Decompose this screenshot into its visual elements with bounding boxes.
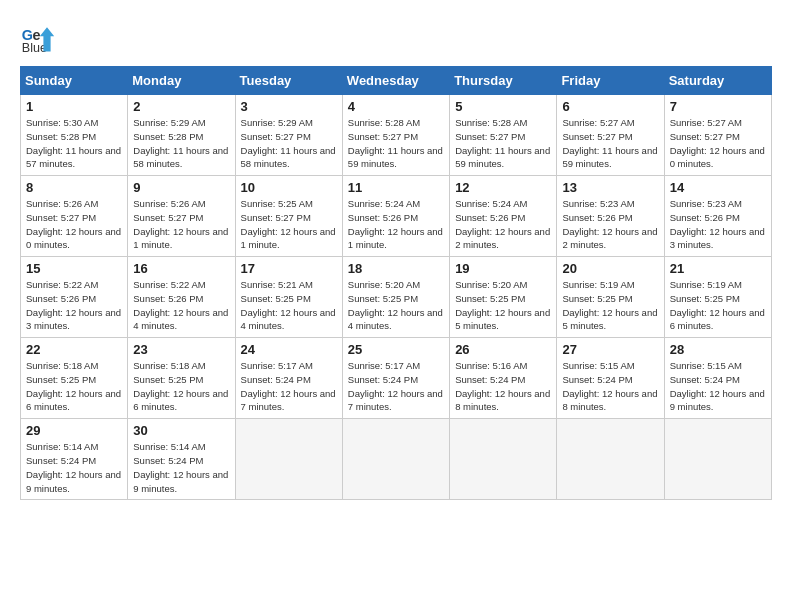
- calendar-cell: 15Sunrise: 5:22 AMSunset: 5:26 PMDayligh…: [21, 257, 128, 338]
- day-number: 7: [670, 99, 766, 114]
- day-number: 27: [562, 342, 658, 357]
- day-info: Sunrise: 5:14 AMSunset: 5:24 PMDaylight:…: [26, 440, 122, 495]
- svg-text:Blue: Blue: [22, 41, 47, 55]
- day-info: Sunrise: 5:15 AMSunset: 5:24 PMDaylight:…: [562, 359, 658, 414]
- calendar-cell: 1Sunrise: 5:30 AMSunset: 5:28 PMDaylight…: [21, 95, 128, 176]
- day-info: Sunrise: 5:26 AMSunset: 5:27 PMDaylight:…: [133, 197, 229, 252]
- calendar-cell: 18Sunrise: 5:20 AMSunset: 5:25 PMDayligh…: [342, 257, 449, 338]
- day-number: 23: [133, 342, 229, 357]
- calendar-cell: [450, 419, 557, 500]
- calendar-cell: 30Sunrise: 5:14 AMSunset: 5:24 PMDayligh…: [128, 419, 235, 500]
- calendar-cell: 17Sunrise: 5:21 AMSunset: 5:25 PMDayligh…: [235, 257, 342, 338]
- calendar-cell: 3Sunrise: 5:29 AMSunset: 5:27 PMDaylight…: [235, 95, 342, 176]
- calendar-cell: 13Sunrise: 5:23 AMSunset: 5:26 PMDayligh…: [557, 176, 664, 257]
- calendar-cell: 9Sunrise: 5:26 AMSunset: 5:27 PMDaylight…: [128, 176, 235, 257]
- day-number: 12: [455, 180, 551, 195]
- calendar-cell: [235, 419, 342, 500]
- day-number: 16: [133, 261, 229, 276]
- calendar-week-3: 15Sunrise: 5:22 AMSunset: 5:26 PMDayligh…: [21, 257, 772, 338]
- day-number: 8: [26, 180, 122, 195]
- weekday-header-tuesday: Tuesday: [235, 67, 342, 95]
- calendar-cell: 27Sunrise: 5:15 AMSunset: 5:24 PMDayligh…: [557, 338, 664, 419]
- day-info: Sunrise: 5:18 AMSunset: 5:25 PMDaylight:…: [26, 359, 122, 414]
- calendar-cell: 28Sunrise: 5:15 AMSunset: 5:24 PMDayligh…: [664, 338, 771, 419]
- day-number: 18: [348, 261, 444, 276]
- calendar-week-2: 8Sunrise: 5:26 AMSunset: 5:27 PMDaylight…: [21, 176, 772, 257]
- day-info: Sunrise: 5:22 AMSunset: 5:26 PMDaylight:…: [26, 278, 122, 333]
- calendar-cell: 5Sunrise: 5:28 AMSunset: 5:27 PMDaylight…: [450, 95, 557, 176]
- calendar-cell: 23Sunrise: 5:18 AMSunset: 5:25 PMDayligh…: [128, 338, 235, 419]
- calendar-header-row: SundayMondayTuesdayWednesdayThursdayFrid…: [21, 67, 772, 95]
- day-info: Sunrise: 5:19 AMSunset: 5:25 PMDaylight:…: [562, 278, 658, 333]
- calendar-cell: 20Sunrise: 5:19 AMSunset: 5:25 PMDayligh…: [557, 257, 664, 338]
- day-info: Sunrise: 5:14 AMSunset: 5:24 PMDaylight:…: [133, 440, 229, 495]
- calendar-cell: 25Sunrise: 5:17 AMSunset: 5:24 PMDayligh…: [342, 338, 449, 419]
- weekday-header-thursday: Thursday: [450, 67, 557, 95]
- day-info: Sunrise: 5:21 AMSunset: 5:25 PMDaylight:…: [241, 278, 337, 333]
- day-info: Sunrise: 5:27 AMSunset: 5:27 PMDaylight:…: [670, 116, 766, 171]
- weekday-header-monday: Monday: [128, 67, 235, 95]
- calendar-cell: 12Sunrise: 5:24 AMSunset: 5:26 PMDayligh…: [450, 176, 557, 257]
- day-number: 20: [562, 261, 658, 276]
- day-number: 28: [670, 342, 766, 357]
- day-info: Sunrise: 5:29 AMSunset: 5:28 PMDaylight:…: [133, 116, 229, 171]
- day-number: 11: [348, 180, 444, 195]
- day-number: 19: [455, 261, 551, 276]
- day-info: Sunrise: 5:28 AMSunset: 5:27 PMDaylight:…: [455, 116, 551, 171]
- day-info: Sunrise: 5:18 AMSunset: 5:25 PMDaylight:…: [133, 359, 229, 414]
- day-info: Sunrise: 5:17 AMSunset: 5:24 PMDaylight:…: [348, 359, 444, 414]
- day-number: 4: [348, 99, 444, 114]
- calendar-cell: 26Sunrise: 5:16 AMSunset: 5:24 PMDayligh…: [450, 338, 557, 419]
- day-number: 13: [562, 180, 658, 195]
- calendar-cell: [664, 419, 771, 500]
- day-number: 6: [562, 99, 658, 114]
- day-number: 25: [348, 342, 444, 357]
- day-info: Sunrise: 5:22 AMSunset: 5:26 PMDaylight:…: [133, 278, 229, 333]
- day-info: Sunrise: 5:20 AMSunset: 5:25 PMDaylight:…: [455, 278, 551, 333]
- calendar-table: SundayMondayTuesdayWednesdayThursdayFrid…: [20, 66, 772, 500]
- day-info: Sunrise: 5:15 AMSunset: 5:24 PMDaylight:…: [670, 359, 766, 414]
- day-number: 5: [455, 99, 551, 114]
- weekday-header-friday: Friday: [557, 67, 664, 95]
- logo: G e Blue: [20, 20, 60, 56]
- day-number: 10: [241, 180, 337, 195]
- day-number: 21: [670, 261, 766, 276]
- day-info: Sunrise: 5:28 AMSunset: 5:27 PMDaylight:…: [348, 116, 444, 171]
- calendar-cell: [342, 419, 449, 500]
- day-info: Sunrise: 5:17 AMSunset: 5:24 PMDaylight:…: [241, 359, 337, 414]
- day-number: 29: [26, 423, 122, 438]
- calendar-cell: 19Sunrise: 5:20 AMSunset: 5:25 PMDayligh…: [450, 257, 557, 338]
- calendar-cell: 8Sunrise: 5:26 AMSunset: 5:27 PMDaylight…: [21, 176, 128, 257]
- calendar-week-4: 22Sunrise: 5:18 AMSunset: 5:25 PMDayligh…: [21, 338, 772, 419]
- svg-text:e: e: [33, 27, 41, 43]
- calendar-cell: 29Sunrise: 5:14 AMSunset: 5:24 PMDayligh…: [21, 419, 128, 500]
- day-number: 30: [133, 423, 229, 438]
- day-number: 9: [133, 180, 229, 195]
- calendar-week-1: 1Sunrise: 5:30 AMSunset: 5:28 PMDaylight…: [21, 95, 772, 176]
- day-info: Sunrise: 5:23 AMSunset: 5:26 PMDaylight:…: [670, 197, 766, 252]
- calendar-cell: 21Sunrise: 5:19 AMSunset: 5:25 PMDayligh…: [664, 257, 771, 338]
- svg-text:G: G: [22, 27, 33, 43]
- logo-icon: G e Blue: [20, 20, 56, 56]
- calendar-cell: 16Sunrise: 5:22 AMSunset: 5:26 PMDayligh…: [128, 257, 235, 338]
- day-number: 14: [670, 180, 766, 195]
- calendar-cell: 22Sunrise: 5:18 AMSunset: 5:25 PMDayligh…: [21, 338, 128, 419]
- day-info: Sunrise: 5:30 AMSunset: 5:28 PMDaylight:…: [26, 116, 122, 171]
- day-number: 1: [26, 99, 122, 114]
- day-number: 3: [241, 99, 337, 114]
- weekday-header-sunday: Sunday: [21, 67, 128, 95]
- day-info: Sunrise: 5:26 AMSunset: 5:27 PMDaylight:…: [26, 197, 122, 252]
- calendar-cell: [557, 419, 664, 500]
- day-number: 22: [26, 342, 122, 357]
- day-info: Sunrise: 5:24 AMSunset: 5:26 PMDaylight:…: [455, 197, 551, 252]
- day-info: Sunrise: 5:20 AMSunset: 5:25 PMDaylight:…: [348, 278, 444, 333]
- calendar-cell: 11Sunrise: 5:24 AMSunset: 5:26 PMDayligh…: [342, 176, 449, 257]
- page-header: G e Blue: [20, 20, 772, 56]
- calendar-cell: 10Sunrise: 5:25 AMSunset: 5:27 PMDayligh…: [235, 176, 342, 257]
- day-info: Sunrise: 5:16 AMSunset: 5:24 PMDaylight:…: [455, 359, 551, 414]
- calendar-cell: 24Sunrise: 5:17 AMSunset: 5:24 PMDayligh…: [235, 338, 342, 419]
- day-number: 26: [455, 342, 551, 357]
- day-info: Sunrise: 5:19 AMSunset: 5:25 PMDaylight:…: [670, 278, 766, 333]
- calendar-cell: 2Sunrise: 5:29 AMSunset: 5:28 PMDaylight…: [128, 95, 235, 176]
- day-number: 2: [133, 99, 229, 114]
